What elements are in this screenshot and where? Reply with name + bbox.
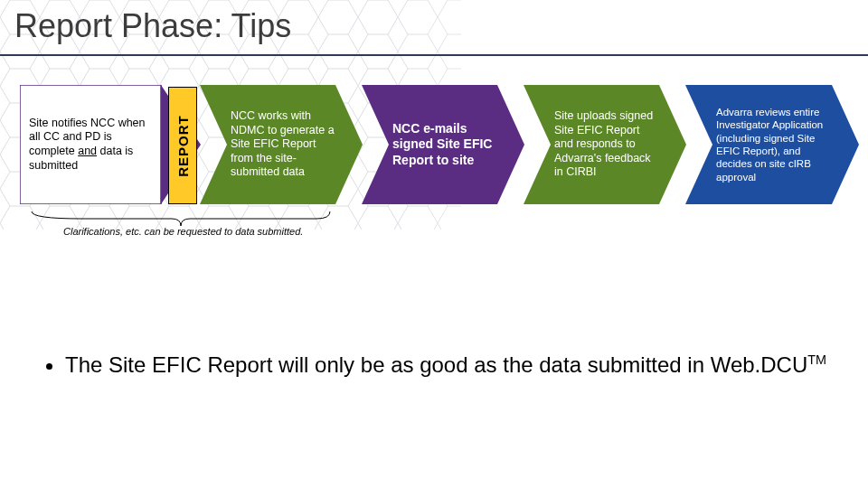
process-flow: Site notifies NCC when all CC and PD is … xyxy=(0,85,868,211)
step-3-text: NCC e-mails signed Site EFIC Report to s… xyxy=(392,94,497,195)
step-4: Site uploads signed Site EFIC Report and… xyxy=(524,85,686,204)
clarification-brace xyxy=(27,210,335,228)
report-tab: REPORT xyxy=(168,87,197,204)
page-title: Report Phase: Tips xyxy=(14,7,291,45)
step-1-text: Site notifies NCC when all CC and PD is … xyxy=(29,94,156,195)
step-4-text: Site uploads signed Site EFIC Report and… xyxy=(554,94,659,195)
title-underline xyxy=(0,54,868,56)
step-2: NCC works with NDMC to generate a Site E… xyxy=(200,85,363,204)
step-5-text: Advarra reviews entire Investigator Appl… xyxy=(716,94,832,195)
clarification-text: Clarifications, etc. can be requested to… xyxy=(63,226,303,237)
step-2-text: NCC works with NDMC to generate a Site E… xyxy=(231,94,335,195)
report-tab-label: REPORT xyxy=(175,115,191,177)
bullet-point: The Site EFIC Report will only be as goo… xyxy=(45,351,832,379)
step-5: Advarra reviews entire Investigator Appl… xyxy=(685,85,859,204)
step-3: NCC e-mails signed Site EFIC Report to s… xyxy=(362,85,524,204)
